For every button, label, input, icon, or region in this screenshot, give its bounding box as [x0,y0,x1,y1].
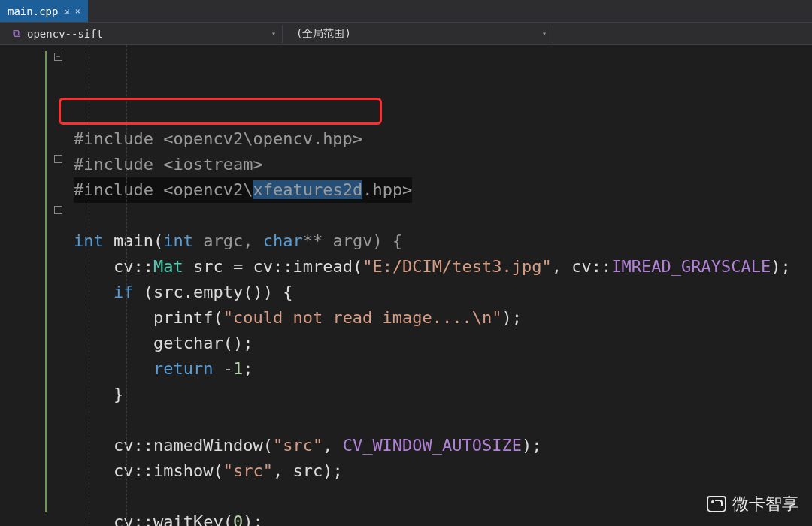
outline-indicator [45,51,47,512]
code-line: } [74,385,123,404]
code-line: return -1; [74,359,253,378]
watermark: 微卡智享 [707,493,798,515]
code-line: cv::waitKey(0); [74,512,263,526]
selected-text: xfeatures2d [253,180,362,199]
code-line: cv::imshow("src", src); [74,461,343,480]
scope-project-label: opencv--sift [27,28,103,40]
code-line-current: #include <opencv2\xfeatures2d.hpp> [74,177,412,203]
file-tab-main-cpp[interactable]: main.cpp ⇲ ✕ [0,0,88,22]
watermark-text: 微卡智享 [732,493,798,515]
chevron-down-icon: ▾ [271,29,276,38]
scope-dropdown-global[interactable]: (全局范围) ▾ [290,25,553,43]
close-icon[interactable]: ✕ [75,6,80,16]
code-line: cv::Mat src = cv::imread("E:/DCIM/test3.… [74,257,791,276]
code-line: getchar(); [74,334,253,352]
annotation-highlight-box [59,98,382,125]
code-line: cv::namedWindow("src", CV_WINDOW_AUTOSIZ… [74,436,542,455]
navigation-bar: ⧉ opencv--sift ▾ (全局范围) ▾ [0,23,812,45]
chevron-down-icon: ▾ [542,29,547,38]
code-line: printf("could not read image....\n"); [74,308,522,327]
pin-icon[interactable]: ⇲ [64,6,69,16]
code-line: if (src.empty()) { [74,283,292,301]
code-area[interactable]: #include <opencv2\opencv.hpp> #include <… [53,45,812,526]
scope-icon: ⧉ [11,28,23,40]
editor-gutter: − − − [0,45,53,526]
wechat-icon [707,496,726,512]
code-line: #include <opencv2\opencv.hpp> [74,129,362,148]
code-line: #include <iostream> [74,155,263,174]
scope-dropdown-project[interactable]: ⧉ opencv--sift ▾ [5,25,283,43]
code-line: int main(int argc, char** argv) { [74,231,402,250]
scope-global-label: (全局范围) [296,27,351,41]
tab-filename: main.cpp [8,5,58,17]
code-editor[interactable]: − − − #include <opencv2\opencv.hpp> #inc… [0,45,812,526]
tab-bar: main.cpp ⇲ ✕ [0,0,812,23]
